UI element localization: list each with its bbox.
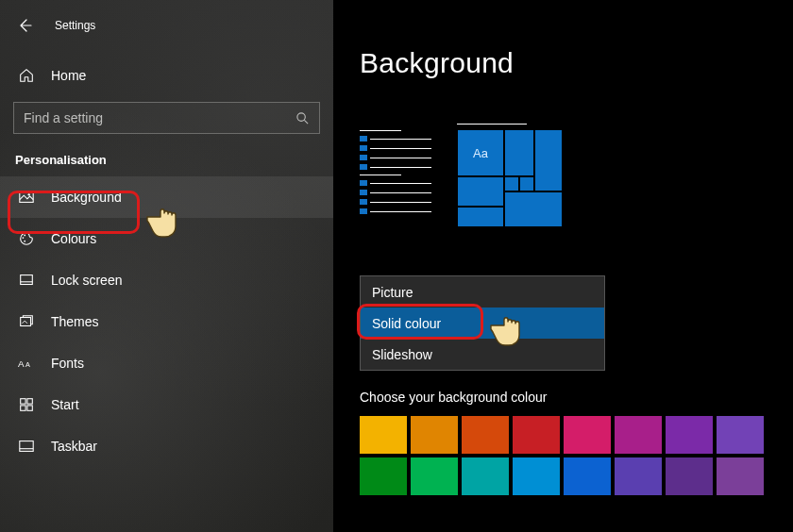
- colour-swatch[interactable]: [462, 416, 509, 454]
- dropdown-option-solid[interactable]: Solid colour: [361, 308, 604, 339]
- svg-point-4: [23, 237, 25, 239]
- svg-line-1: [304, 120, 308, 124]
- svg-rect-14: [21, 406, 25, 410]
- sidebar-item-start[interactable]: Start: [0, 384, 333, 425]
- search-input[interactable]: Find a setting: [13, 102, 320, 134]
- svg-point-5: [24, 235, 25, 237]
- colour-swatch[interactable]: [666, 416, 713, 454]
- sidebar-item-lockscreen[interactable]: Lock screen: [0, 259, 333, 301]
- home-label: Home: [51, 68, 86, 83]
- title-bar: Settings: [0, 11, 333, 40]
- start-icon: [17, 395, 36, 414]
- svg-rect-7: [21, 275, 33, 285]
- colour-swatch[interactable]: [666, 457, 713, 495]
- lockscreen-icon: [17, 271, 36, 290]
- colour-swatch[interactable]: [360, 457, 407, 495]
- svg-point-0: [297, 112, 305, 120]
- colour-swatch[interactable]: [615, 416, 662, 454]
- colour-swatch[interactable]: [513, 416, 560, 454]
- app-title: Settings: [55, 19, 95, 32]
- sidebar-item-label: Colours: [51, 231, 96, 246]
- colour-swatch[interactable]: [717, 457, 764, 495]
- colour-swatch[interactable]: [513, 457, 560, 495]
- svg-rect-16: [20, 441, 33, 452]
- section-heading: Personalisation: [0, 134, 333, 176]
- svg-point-3: [28, 193, 30, 195]
- settings-sidebar: Settings Home Find a setting Personalisa…: [0, 0, 333, 532]
- svg-point-6: [24, 241, 25, 242]
- svg-rect-13: [27, 399, 32, 404]
- dropdown-option-picture[interactable]: Picture: [361, 276, 604, 308]
- page-title: Background: [360, 47, 793, 79]
- taskbar-icon: [17, 437, 36, 456]
- picture-icon: [17, 188, 36, 207]
- back-button[interactable]: [17, 18, 32, 33]
- dropdown-option-slideshow[interactable]: Slideshow: [361, 339, 604, 370]
- themes-icon: [17, 312, 36, 331]
- colour-swatch[interactable]: [615, 457, 662, 495]
- main-panel: Background Aa Picture Solid colour Slide…: [333, 0, 793, 532]
- colour-section-label: Choose your background colour: [360, 390, 793, 405]
- sidebar-item-label: Themes: [51, 314, 99, 329]
- sidebar-item-taskbar[interactable]: Taskbar: [0, 425, 333, 467]
- sidebar-item-colours[interactable]: Colours: [0, 218, 333, 259]
- search-icon: [295, 111, 310, 125]
- svg-rect-12: [21, 399, 25, 404]
- preview-taskview-icon: [360, 130, 431, 224]
- sidebar-item-themes[interactable]: Themes: [0, 301, 333, 342]
- svg-text:A: A: [18, 358, 25, 369]
- palette-icon: [17, 229, 36, 248]
- background-preview: Aa: [360, 130, 793, 224]
- sidebar-item-label: Lock screen: [51, 273, 122, 288]
- colour-swatches: [360, 416, 785, 495]
- preview-start-tiles-icon: Aa: [458, 130, 560, 224]
- home-icon: [17, 66, 36, 85]
- sidebar-item-label: Start: [51, 397, 79, 412]
- colour-swatch[interactable]: [360, 416, 407, 454]
- background-type-dropdown[interactable]: Picture Solid colour Slideshow: [360, 275, 605, 371]
- svg-text:A: A: [25, 360, 30, 369]
- colour-swatch[interactable]: [717, 416, 764, 454]
- colour-swatch[interactable]: [564, 457, 611, 495]
- search-placeholder: Find a setting: [24, 110, 103, 125]
- sidebar-item-label: Background: [51, 190, 122, 205]
- sidebar-item-label: Fonts: [51, 356, 84, 371]
- home-link[interactable]: Home: [0, 55, 333, 96]
- sidebar-item-fonts[interactable]: AA Fonts: [0, 342, 333, 384]
- fonts-icon: AA: [17, 354, 36, 373]
- colour-swatch[interactable]: [564, 416, 611, 454]
- preview-sample-text: Aa: [458, 130, 503, 175]
- colour-swatch[interactable]: [411, 416, 458, 454]
- sidebar-item-label: Taskbar: [51, 439, 97, 454]
- colour-swatch[interactable]: [411, 457, 458, 495]
- colour-swatch[interactable]: [462, 457, 509, 495]
- svg-rect-15: [27, 406, 32, 410]
- sidebar-item-background[interactable]: Background: [0, 176, 333, 218]
- arrow-left-icon: [17, 18, 32, 33]
